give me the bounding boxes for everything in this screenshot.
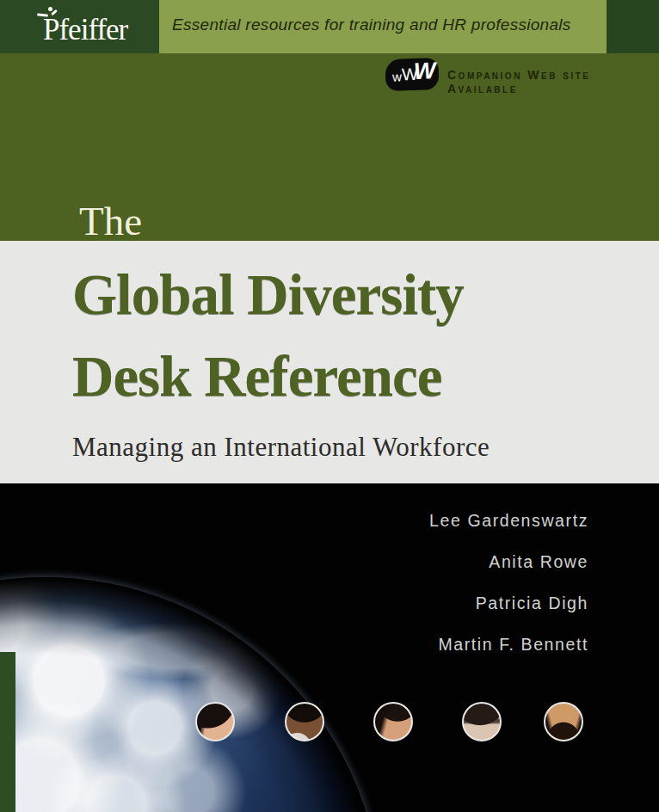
green-accent-strip [0, 652, 15, 812]
tagline-band: Essential resources for training and HR … [159, 0, 607, 53]
www-letter: w [392, 70, 402, 83]
publisher-logo: Pfeiffer [43, 14, 127, 46]
author-name: Patricia Digh [429, 591, 588, 632]
lower-section: Lee Gardenswartz Anita Rowe Patricia Dig… [0, 483, 659, 812]
publisher-block: Pfeiffer [0, 0, 159, 53]
companion-website-label: Companion Web site Available [447, 68, 659, 95]
portrait-photo-1 [195, 702, 235, 741]
olive-band: w W W Companion Web site Available The [0, 53, 659, 241]
top-banner: Pfeiffer Essential resources for trainin… [0, 0, 659, 53]
author-name: Lee Gardenswartz [429, 508, 588, 550]
portrait-photo-2 [285, 702, 324, 741]
book-title-line1: Global Diversity [72, 261, 464, 328]
title-band: Global Diversity Desk Reference Managing… [0, 241, 659, 483]
author-name: Anita Rowe [429, 550, 588, 591]
author-list: Lee Gardenswartz Anita Rowe Patricia Dig… [429, 508, 588, 674]
corner-block [607, 0, 659, 53]
www-icon: w W W [385, 58, 439, 91]
portrait-photo-3 [373, 702, 413, 741]
book-title-line2: Desk Reference [72, 343, 441, 409]
www-letter: W [413, 59, 435, 83]
author-name: Martin F. Bennett [429, 632, 588, 674]
book-subtitle: Managing an International Workforce [72, 432, 490, 463]
earth-image [0, 577, 382, 812]
book-cover: Pfeiffer Essential resources for trainin… [0, 0, 659, 812]
portrait-photo-5 [544, 702, 583, 741]
title-article: The [79, 198, 142, 244]
publisher-tagline: Essential resources for training and HR … [172, 15, 602, 34]
portrait-photo-4 [462, 702, 502, 741]
